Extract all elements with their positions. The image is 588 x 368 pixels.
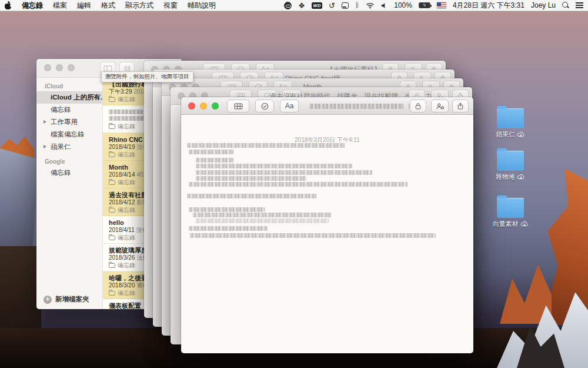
redacted-text-line (196, 176, 306, 181)
wallpaper-left-mountain (0, 148, 39, 257)
redacted-text-line (196, 218, 329, 223)
redacted-text-line (189, 182, 407, 187)
zoom-button[interactable] (68, 64, 75, 71)
menu-edit[interactable]: 編輯 (77, 1, 91, 11)
folder-icon (109, 263, 115, 268)
collaborate-button[interactable] (431, 100, 449, 112)
sidebar-item-work[interactable]: 工作專用 (36, 116, 102, 128)
redacted-window-title (309, 104, 403, 109)
menu-view[interactable]: 顯示方式 (125, 1, 153, 11)
folders-sidebar: iCloud iCloud 上的所有... 備忘錄 工作專用 檔案備忘錄 蘋果仁… (36, 78, 103, 309)
redacted-text-line (187, 194, 316, 198)
redacted-text-line (193, 213, 332, 217)
icloud-download-icon (517, 174, 525, 180)
redacted-text-line (187, 143, 345, 148)
icloud-download-icon (520, 221, 529, 227)
folder-label: 雜物堆 (496, 173, 515, 181)
menu-file[interactable]: 檔案 (53, 1, 67, 11)
sidebar-item-applealmond[interactable]: 蘋果仁 (36, 141, 102, 153)
icloud-download-icon (517, 131, 525, 138)
creative-cloud-icon[interactable] (284, 1, 292, 10)
app-menu[interactable]: 備忘錄 (22, 1, 43, 11)
redacted-text-line (189, 207, 265, 212)
sidebar-item-all-icloud[interactable]: iCloud 上的所有... (36, 91, 102, 104)
format-button[interactable]: Aa (280, 100, 299, 112)
redacted-title (109, 110, 143, 114)
dropbox-icon[interactable]: ❖ (298, 1, 305, 10)
wd-drive-icon[interactable]: WD (312, 1, 322, 10)
redacted-text-line (190, 233, 436, 238)
time-machine-icon[interactable]: ↺ (329, 1, 335, 10)
close-button[interactable] (44, 64, 51, 71)
google-section-header: Google (36, 153, 102, 167)
new-folder-button[interactable]: + 新增檔案夾 (44, 295, 89, 304)
folder-icon (497, 198, 524, 218)
folder-icon (497, 151, 524, 171)
folder-label: 向量素材 (493, 220, 519, 228)
sidebar-item-google-notes[interactable]: 備忘錄 (36, 167, 102, 179)
note-editor[interactable]: 2018年3月20日 下午4:11 (181, 115, 473, 353)
desktop-folder[interactable]: 向量素材 (484, 198, 537, 228)
icloud-section-header: iCloud (36, 78, 102, 91)
table-button[interactable] (227, 100, 249, 112)
desktop-folder[interactable]: 蘋果仁 (484, 108, 537, 139)
bluetooth-icon[interactable]: ᛒ (355, 1, 359, 10)
desktop: 蘋果仁 雜物堆 向量素材 備忘錄 檔案 編輯 格式 顯示方式 視窗 輔助說明 ❖ (0, 0, 588, 368)
wifi-icon[interactable] (366, 1, 375, 10)
fast-user-switch[interactable]: Joey Lu (531, 1, 556, 9)
menu-clock[interactable]: 4月28日 週六 下午3:31 (453, 1, 524, 11)
folder-icon (109, 291, 115, 296)
folder-icon (109, 97, 115, 102)
menu-format[interactable]: 格式 (101, 1, 115, 11)
menu-window[interactable]: 視窗 (163, 1, 178, 11)
folder-icon (109, 180, 115, 185)
redacted-text-line (196, 158, 233, 163)
plus-icon: + (44, 296, 52, 304)
input-language-flag-icon[interactable] (437, 1, 446, 10)
note-window-front[interactable]: Aa 2018年3月20日 下午4:11 (181, 97, 473, 353)
disclosure-triangle-icon[interactable] (44, 145, 46, 148)
minimize-button[interactable] (200, 102, 207, 110)
redacted-text-line (196, 170, 372, 175)
checklist-button[interactable] (255, 100, 274, 112)
folder-icon (109, 152, 115, 157)
folder-icon (109, 236, 115, 240)
folder-icon (109, 208, 115, 213)
tray-app-icon[interactable] (342, 1, 349, 10)
folder-icon (109, 124, 115, 129)
zoom-button[interactable] (212, 102, 219, 110)
disclosure-triangle-icon[interactable] (44, 120, 46, 124)
battery-icon[interactable]: ϟ (419, 1, 430, 10)
menu-help[interactable]: 輔助說明 (188, 1, 216, 11)
redacted-text-line (189, 150, 233, 154)
redacted-text-line (196, 164, 352, 168)
spotlight-search-icon[interactable] (562, 1, 569, 10)
apple-menu-icon[interactable] (5, 2, 12, 9)
folder-label: 蘋果仁 (496, 130, 515, 139)
sidebar-item-file-notes[interactable]: 檔案備忘錄 (36, 128, 102, 141)
lock-button[interactable] (410, 100, 426, 112)
folder-icon (497, 108, 524, 128)
sidebar-item-notes[interactable]: 備忘錄 (36, 104, 102, 116)
tooltip: 瀏覽附件，例如照片、地圖等項目 (101, 71, 193, 82)
desktop-folder[interactable]: 雜物堆 (484, 151, 537, 181)
battery-percent: 100% (394, 1, 412, 9)
share-button[interactable] (452, 100, 469, 112)
volume-icon[interactable] (381, 1, 387, 10)
menu-bar: 備忘錄 檔案 編輯 格式 顯示方式 視窗 輔助說明 ❖ WD ↺ ᛒ 100% … (0, 0, 588, 11)
redacted-text-line (189, 226, 268, 231)
close-button[interactable] (188, 102, 195, 110)
minimize-button[interactable] (56, 64, 63, 71)
notification-center-icon[interactable] (576, 1, 583, 10)
